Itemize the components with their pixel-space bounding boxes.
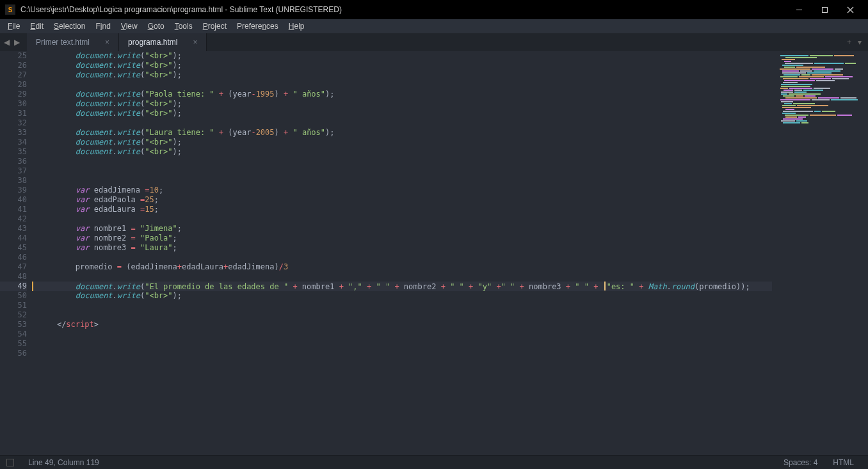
tabbar: ◀ ▶ Primer text.html × programa.html × +… <box>0 33 868 51</box>
code-line[interactable]: var edadLaura =15; <box>32 205 868 214</box>
menubar: File Edit Selection Find View Goto Tools… <box>0 19 868 33</box>
code-line[interactable]: document.write("Paola tiene: " + (year-1… <box>32 90 868 99</box>
maximize-button[interactable] <box>812 1 837 19</box>
code-line[interactable] <box>32 80 868 90</box>
menu-find[interactable]: Find <box>90 20 115 32</box>
app-logo-icon: S <box>5 4 15 15</box>
tab-label: Primer text.html <box>36 38 90 47</box>
code-line[interactable]: promedio = (edadJimena+edadLaura+edadJim… <box>32 262 868 272</box>
code-line[interactable]: document.write("<br>"); <box>32 109 868 118</box>
code-line[interactable] <box>32 253 868 262</box>
code-line[interactable]: document.write("<br>"); <box>32 61 868 70</box>
status-position[interactable]: Line 49, Column 119 <box>20 458 107 467</box>
menu-file[interactable]: File <box>3 20 25 32</box>
menu-project[interactable]: Project <box>198 20 232 32</box>
editor[interactable]: 2526272829303132333435363738394041424344… <box>0 51 868 455</box>
status-spaces[interactable]: Spaces: 4 <box>776 458 825 467</box>
menu-help[interactable]: Help <box>284 20 310 32</box>
minimize-button[interactable] <box>786 1 812 19</box>
tab-close-icon[interactable]: × <box>105 38 109 47</box>
code-line[interactable] <box>32 301 868 310</box>
code-line[interactable]: document.write("<br>"); <box>32 51 868 61</box>
code-line[interactable]: document.write("<br>"); <box>32 147 868 157</box>
code-line[interactable] <box>32 214 868 224</box>
menu-view[interactable]: View <box>116 20 143 32</box>
code-line[interactable]: var nombre1 = "Jimena"; <box>32 224 868 234</box>
code-line[interactable]: var edadPaola =25; <box>32 195 868 205</box>
nav-forward-icon[interactable]: ▶ <box>14 38 23 47</box>
tab-primer-text[interactable]: Primer text.html × <box>27 33 119 51</box>
code-line[interactable]: document.write("<br>"); <box>32 99 868 109</box>
nav-arrows: ◀ ▶ <box>0 33 27 51</box>
statusbar: Line 49, Column 119 Spaces: 4 HTML <box>0 455 868 469</box>
menu-preferences[interactable]: Preferences <box>232 20 284 32</box>
code-line[interactable]: </script> <box>32 320 868 330</box>
gutter: 2526272829303132333435363738394041424344… <box>0 51 32 455</box>
code-line[interactable] <box>32 118 868 128</box>
close-button[interactable] <box>837 1 863 19</box>
tab-programa[interactable]: programa.html × <box>119 33 207 51</box>
code-line[interactable]: document.write("<br>"); <box>32 291 868 301</box>
new-tab-icon[interactable]: + <box>847 38 851 47</box>
status-syntax[interactable]: HTML <box>825 458 862 467</box>
code-line[interactable] <box>32 310 868 320</box>
menu-edit[interactable]: Edit <box>25 20 49 32</box>
tab-close-icon[interactable]: × <box>193 38 197 47</box>
code-line[interactable] <box>32 166 868 176</box>
menu-selection[interactable]: Selection <box>49 20 90 32</box>
tab-menu-icon[interactable]: ▾ <box>858 38 862 47</box>
code-line[interactable] <box>32 330 868 339</box>
code-line[interactable]: var nombre3 = "Laura"; <box>32 243 868 253</box>
nav-back-icon[interactable]: ◀ <box>4 38 13 47</box>
status-checkbox-icon[interactable] <box>6 459 14 466</box>
code-line[interactable] <box>32 157 868 166</box>
code-line[interactable] <box>32 272 868 282</box>
code-line[interactable] <box>32 176 868 186</box>
code-line[interactable] <box>32 339 868 349</box>
tab-label: programa.html <box>128 38 177 47</box>
minimap[interactable] <box>772 51 868 455</box>
code-line[interactable]: document.write("Laura tiene: " + (year-2… <box>32 128 868 138</box>
code-line[interactable]: document.write("El promedio de las edade… <box>32 282 868 291</box>
code-line[interactable]: document.write("<br>"); <box>32 70 868 80</box>
code-line[interactable]: var edadJimena =10; <box>32 186 868 195</box>
titlebar: S C:\Users\jestr\Desktop\Logica programa… <box>0 0 868 19</box>
svg-rect-1 <box>822 7 827 12</box>
menu-tools[interactable]: Tools <box>170 20 198 32</box>
code-line[interactable]: var nombre2 = "Paola"; <box>32 234 868 243</box>
code-area[interactable]: document.write("<br>"); document.write("… <box>32 51 868 455</box>
code-line[interactable] <box>32 349 868 358</box>
code-line[interactable]: document.write("<br>"); <box>32 138 868 147</box>
menu-goto[interactable]: Goto <box>143 20 170 32</box>
window-title: C:\Users\jestr\Desktop\Logica programaci… <box>20 5 786 14</box>
